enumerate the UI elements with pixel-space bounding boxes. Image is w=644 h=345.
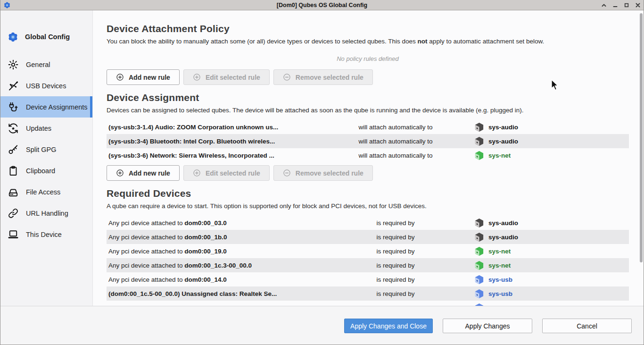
chevron-up-icon	[601, 2, 607, 8]
minimize-icon	[612, 2, 618, 8]
key-icon	[8, 144, 19, 155]
device-row[interactable]: Any pci device attached to dom0:00_03.0 …	[107, 216, 629, 230]
relation-text: is required by	[329, 219, 462, 227]
qube-cell: sys-audio	[462, 136, 629, 146]
button-label: Edit selected rule	[206, 169, 260, 177]
sidebar-item-label: This Device	[26, 231, 62, 238]
sidebar-item-device-assignments[interactable]: Device Assignments	[0, 96, 92, 118]
maximize-button[interactable]	[623, 2, 630, 8]
device-name: (sys-usb:3-6) Network: Sierra Wireless, …	[107, 152, 329, 159]
qube-cube-icon	[474, 218, 484, 228]
relation-text: will attach automatically to	[329, 124, 462, 131]
close-icon	[635, 2, 641, 8]
minimize-button[interactable]	[612, 2, 619, 8]
qube-cube-icon	[474, 275, 484, 285]
qube-cube-icon	[474, 122, 484, 132]
sidebar-header: Global Config	[0, 10, 92, 46]
qube-name: sys-usb	[488, 276, 512, 283]
qube-name: sys-usb	[488, 290, 512, 297]
minus-circle-icon	[283, 73, 291, 81]
qube-cell: sys-usb	[462, 303, 629, 306]
apply-changes-and-close-button[interactable]: Apply Changes and Close	[344, 319, 433, 333]
apply-changes-button[interactable]: Apply Changes	[443, 319, 532, 333]
qube-cube-icon	[474, 246, 484, 256]
device-row[interactable]: (sys-usb:3-6) Network: Sierra Wireless, …	[107, 148, 629, 162]
sidebar-item-clipboard[interactable]: Clipboard	[0, 160, 92, 181]
section-description: You can block the ability to manually at…	[107, 37, 644, 46]
device-row[interactable]: Any pci device attached to dom0:00_19.0 …	[107, 244, 629, 258]
cancel-button[interactable]: Cancel	[542, 319, 632, 333]
device-row[interactable]: Any pci device attached to dom0:00_1b.0 …	[107, 230, 629, 244]
shade-button[interactable]	[601, 2, 607, 8]
qube-cell: sys-net	[462, 261, 629, 270]
button-label: Add new rule	[129, 169, 170, 177]
scrollbar-track[interactable]	[638, 10, 644, 306]
qube-cell: sys-audio	[462, 232, 629, 242]
qube-name: sys-net	[488, 262, 511, 269]
qube-cell: sys-usb	[462, 275, 629, 285]
add-new-rule-button[interactable]: Add new rule	[107, 69, 180, 85]
sidebar-item-url-handling[interactable]: URL Handling	[0, 202, 92, 224]
sidebar-item-label: General	[26, 61, 50, 68]
relation-text: is required by	[329, 248, 462, 255]
sidebar-item-label: File Access	[26, 188, 60, 196]
footer-bar: Apply Changes and Close Apply Changes Ca…	[0, 306, 644, 345]
device-row[interactable]: (dom0:00_1c.5-00_00.0) Unassigned class:…	[107, 286, 629, 301]
sidebar-item-label: Split GPG	[26, 146, 56, 153]
qube-cell: sys-audio	[462, 122, 629, 132]
device-row[interactable]: (sys-usb:3-1.4) Audio: ZOOM Corporation …	[107, 120, 629, 134]
sidebar-item-updates[interactable]: Updates	[0, 118, 92, 139]
sidebar: Global Config General USB Devices Device…	[0, 10, 93, 306]
edit-selected-rule-button[interactable]: Edit selected rule	[183, 165, 270, 181]
button-label: Edit selected rule	[206, 74, 260, 81]
device-row[interactable]: Any pci device attached to dom0:00_1c.3-…	[107, 258, 629, 272]
sidebar-item-this-device[interactable]: This Device	[0, 224, 92, 245]
remove-selected-rule-button[interactable]: Remove selected rule	[273, 69, 373, 85]
clipboard-icon	[8, 165, 19, 177]
gear-icon	[8, 59, 19, 70]
qube-cell: sys-audio	[462, 218, 629, 228]
button-label: Remove selected rule	[296, 169, 363, 177]
qube-cube-icon	[474, 136, 484, 146]
qube-name: sys-audio	[488, 138, 518, 145]
relation-text: is required by	[329, 290, 462, 297]
sidebar-item-split-gpg[interactable]: Split GPG	[0, 139, 92, 160]
titlebar: [Dom0] Qubes OS Global Config	[0, 0, 644, 10]
button-label: Remove selected rule	[296, 74, 363, 81]
sidebar-item-general[interactable]: General	[0, 54, 92, 75]
relation-text: is required by	[329, 304, 462, 306]
qube-name: sys-audio	[488, 234, 518, 241]
qube-cell: sys-net	[462, 151, 629, 160]
plug-icon	[8, 101, 19, 113]
device-assignment-buttons: Add new rule Edit selected rule Remove s…	[107, 165, 644, 181]
qube-cube-icon	[474, 261, 484, 270]
device-row[interactable]: Any pci device attached to dom0:00_1d.0 …	[107, 301, 629, 306]
add-new-rule-button[interactable]: Add new rule	[107, 165, 180, 181]
sidebar-item-file-access[interactable]: File Access	[0, 181, 92, 202]
scrollbar-thumb[interactable]	[640, 13, 643, 262]
remove-selected-rule-button[interactable]: Remove selected rule	[273, 165, 373, 181]
sidebar-header-label: Global Config	[25, 33, 70, 41]
sidebar-item-usb-devices[interactable]: USB Devices	[0, 75, 92, 96]
sidebar-item-label: URL Handling	[26, 210, 68, 217]
device-row[interactable]: (sys-usb:3-4) Bluetooth: Intel Corp. Blu…	[107, 134, 629, 148]
device-name: Any pci device attached to dom0:00_1c.3-…	[107, 262, 329, 269]
device-name: (sys-usb:3-4) Bluetooth: Intel Corp. Blu…	[107, 138, 329, 145]
relation-text: will attach automatically to	[329, 152, 462, 159]
window-controls	[601, 0, 641, 10]
qube-name: sys-net	[488, 152, 511, 159]
device-row[interactable]: Any pci device attached to dom0:00_14.0 …	[107, 272, 629, 286]
qube-cube-icon	[474, 232, 484, 242]
relation-text: is required by	[329, 276, 462, 283]
main-content: Device Attachment Policy You can block t…	[93, 10, 644, 306]
plus-circle-icon	[116, 169, 124, 177]
usb-icon	[8, 80, 19, 92]
no-policy-rules-text: No policy rules defined	[107, 55, 629, 63]
device-name: (sys-usb:3-1.4) Audio: ZOOM Corporation …	[107, 124, 329, 131]
device-name: Any pci device attached to dom0:00_19.0	[107, 248, 329, 255]
sidebar-nav: General USB Devices Device Assignments U…	[0, 54, 92, 245]
close-button[interactable]	[635, 2, 641, 8]
plus-circle-icon	[193, 73, 201, 81]
link-icon	[8, 208, 19, 219]
edit-selected-rule-button[interactable]: Edit selected rule	[183, 69, 270, 85]
